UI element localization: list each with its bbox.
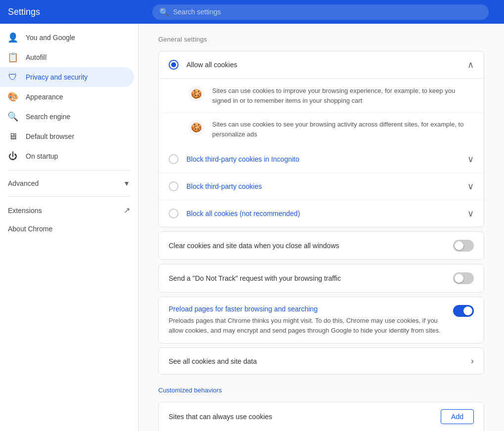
sidebar-item-on-startup[interactable]: ⏻ On startup [0, 146, 134, 166]
chevron-down-icon-3: ∨ [467, 208, 474, 219]
sidebar-extensions[interactable]: Extensions ↗ [0, 201, 138, 220]
cookie-options-card: Allow all cookies ∧ 🍪 Sites can use cook… [158, 51, 484, 227]
sidebar: 👤 You and Google 📋 Autofill 🛡 Privacy an… [0, 24, 138, 431]
customized-behaviors-title: Customized behaviors [158, 387, 484, 394]
cookie-info-item-2: 🍪 Sites can use cookies to see your brow… [161, 112, 484, 146]
preload-row[interactable]: Preload pages for faster browsing and se… [158, 297, 484, 344]
preload-title: Preload pages for faster browsing and se… [169, 305, 445, 313]
search-bar[interactable]: 🔍 [152, 4, 489, 20]
sites-always-row: Sites that can always use cookies Add [158, 402, 484, 431]
chevron-right-icon: › [471, 356, 474, 366]
general-settings-title: General settings [158, 36, 484, 43]
radio-block-third-party[interactable] [169, 181, 179, 191]
cookie-info-item-1: 🍪 Sites can use cookies to improve your … [161, 79, 484, 112]
cookie-info-text-2: Sites can use cookies to see your browsi… [212, 120, 472, 139]
radio-block-incognito[interactable] [169, 154, 179, 164]
header: Settings 🔍 [0, 0, 504, 24]
clear-cookies-label: Clear cookies and site data when you clo… [169, 242, 453, 250]
sidebar-item-you-and-google[interactable]: 👤 You and Google [0, 28, 134, 47]
allow-all-label: Allow all cookies [186, 61, 459, 69]
sidebar-label-search-engine: Search engine [26, 113, 70, 121]
browser-icon: 🖥 [8, 131, 18, 141]
block-all-label: Block all cookies (not recommended) [186, 210, 459, 217]
chevron-down-icon-2: ∨ [467, 181, 474, 192]
sidebar-item-autofill[interactable]: 📋 Autofill [0, 47, 134, 67]
person-icon: 👤 [8, 33, 18, 43]
preload-text: Preload pages for faster browsing and se… [169, 305, 445, 335]
search-input[interactable] [173, 8, 482, 16]
search-engine-icon: 🔍 [8, 112, 18, 122]
radio-allow-all[interactable] [169, 60, 179, 70]
sidebar-label-privacy-and-security: Privacy and security [26, 73, 88, 81]
cookie-info-text-1: Sites can use cookies to improve your br… [212, 86, 472, 105]
sidebar-item-appearance[interactable]: 🎨 Appearance [0, 87, 134, 107]
startup-icon: ⏻ [8, 151, 18, 161]
sidebar-label-you-and-google: You and Google [26, 34, 75, 42]
cookie-option-block-third-party[interactable]: Block third-party cookies ∨ [159, 173, 484, 200]
sidebar-label-extensions: Extensions [8, 207, 116, 215]
cookie-icon-2: 🍪 [188, 120, 204, 135]
sites-always-label: Sites that can always use cookies [169, 413, 441, 421]
header-title: Settings [8, 7, 146, 17]
sidebar-label-default-browser: Default browser [26, 132, 74, 140]
sidebar-divider [8, 170, 130, 171]
clear-cookies-row[interactable]: Clear cookies and site data when you clo… [158, 231, 484, 260]
block-incognito-label: Block third-party cookies in Incognito [186, 155, 459, 163]
autofill-icon: 📋 [8, 52, 18, 62]
external-link-icon: ↗ [124, 206, 130, 215]
add-site-button[interactable]: Add [441, 409, 474, 424]
sidebar-label-autofill: Autofill [26, 53, 46, 61]
preload-desc: Preloads pages that Chrome thinks you mi… [169, 316, 445, 335]
appearance-icon: 🎨 [8, 92, 18, 102]
chevron-up-icon: ∧ [467, 59, 474, 70]
shield-icon: 🛡 [8, 72, 18, 82]
see-all-cookies-row[interactable]: See all cookies and site data › [158, 347, 484, 375]
do-not-track-row[interactable]: Send a "Do Not Track" request with your … [158, 264, 484, 293]
cookie-option-block-all[interactable]: Block all cookies (not recommended) ∨ [159, 200, 484, 227]
cookie-icon-1: 🍪 [188, 86, 204, 102]
sidebar-label-on-startup: On startup [26, 152, 58, 160]
expanded-cookie-info: 🍪 Sites can use cookies to improve your … [159, 79, 484, 146]
radio-block-all[interactable] [169, 209, 179, 218]
chevron-down-icon-1: ∨ [467, 154, 474, 165]
sidebar-label-appearance: Appearance [26, 93, 63, 101]
see-all-cookies-label: See all cookies and site data [169, 357, 471, 365]
chevron-down-icon: ▼ [123, 179, 130, 187]
cookie-option-block-incognito[interactable]: Block third-party cookies in Incognito ∨ [159, 146, 484, 173]
search-icon: 🔍 [159, 7, 169, 17]
sidebar-divider-2 [8, 196, 130, 197]
sidebar-item-privacy-and-security[interactable]: 🛡 Privacy and security [0, 67, 134, 87]
preload-toggle[interactable] [453, 305, 474, 317]
cookie-option-allow-all[interactable]: Allow all cookies ∧ [159, 51, 484, 79]
do-not-track-label: Send a "Do Not Track" request with your … [169, 274, 453, 282]
sidebar-label-advanced: Advanced [8, 179, 119, 187]
sidebar-label-about-chrome: About Chrome [8, 225, 52, 233]
sidebar-advanced[interactable]: Advanced ▼ [0, 174, 138, 192]
content-area: General settings Allow all cookies ∧ 🍪 S… [138, 24, 504, 431]
sidebar-item-default-browser[interactable]: 🖥 Default browser [0, 127, 134, 146]
sidebar-item-about-chrome[interactable]: About Chrome [0, 220, 134, 238]
do-not-track-toggle[interactable] [453, 272, 474, 284]
block-third-party-label: Block third-party cookies [186, 182, 459, 190]
sidebar-item-search-engine[interactable]: 🔍 Search engine [0, 107, 134, 127]
clear-cookies-toggle[interactable] [453, 240, 474, 252]
main-layout: 👤 You and Google 📋 Autofill 🛡 Privacy an… [0, 24, 504, 431]
